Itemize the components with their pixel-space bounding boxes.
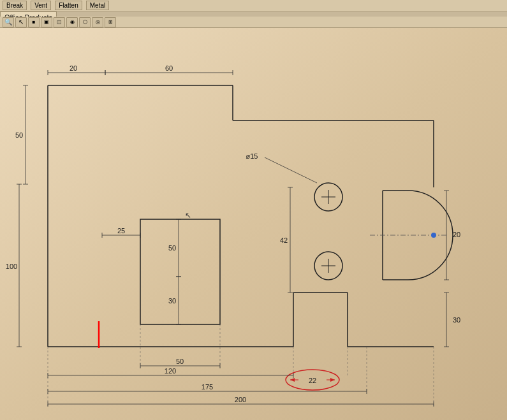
tool-icon-5[interactable]: ⬡ bbox=[79, 17, 91, 27]
dim-100: 100 bbox=[6, 263, 17, 270]
cursor-icon[interactable]: ↖ bbox=[15, 17, 27, 27]
dim-120: 120 bbox=[165, 367, 176, 375]
svg-rect-0 bbox=[0, 28, 507, 420]
tool-icon-2[interactable]: ▣ bbox=[41, 17, 52, 27]
svg-point-16 bbox=[431, 233, 436, 238]
dim-50-inner: 50 bbox=[168, 244, 176, 252]
toolbar-row-1: Break Vent Flatten Metal bbox=[0, 0, 507, 11]
vent-label[interactable]: Vent bbox=[31, 1, 51, 10]
svg-text:↖: ↖ bbox=[185, 211, 191, 220]
dim-50-left: 50 bbox=[15, 131, 23, 139]
technical-drawing-svg: ↖ 20 60 50 100 bbox=[0, 28, 507, 420]
tool-icon-4[interactable]: ◉ bbox=[66, 17, 78, 27]
dim-20-right: 20 bbox=[453, 231, 460, 238]
dim-42: 42 bbox=[280, 236, 288, 244]
drawing-area: ↖ 20 60 50 100 bbox=[0, 28, 507, 420]
dim-dia15: ø15 bbox=[246, 152, 258, 160]
dim-30-right: 30 bbox=[453, 316, 460, 324]
dim-60: 60 bbox=[165, 64, 173, 72]
dim-175: 175 bbox=[202, 383, 213, 391]
dim-25: 25 bbox=[117, 227, 125, 235]
toolbar-row-2: 🔍 ↖ ■ ▣ ◫ ◉ ⬡ ◎ ⊞ bbox=[0, 17, 507, 28]
tool-icon-1[interactable]: ■ bbox=[28, 17, 40, 27]
metal-label[interactable]: Metal bbox=[86, 1, 109, 10]
dim-22: 22 bbox=[309, 377, 316, 384]
tool-icon-3[interactable]: ◫ bbox=[54, 17, 65, 27]
dim-20-top: 20 bbox=[70, 64, 77, 72]
break-label[interactable]: Break bbox=[3, 1, 27, 10]
dim-30: 30 bbox=[168, 297, 176, 305]
dim-200: 200 bbox=[235, 396, 246, 403]
dim-50-bottom: 50 bbox=[176, 358, 184, 365]
flatten-label[interactable]: Flatten bbox=[55, 1, 82, 10]
tool-icon-6[interactable]: ◎ bbox=[92, 17, 103, 27]
zoom-icon[interactable]: 🔍 bbox=[3, 17, 14, 27]
tool-icon-7[interactable]: ⊞ bbox=[105, 17, 116, 27]
